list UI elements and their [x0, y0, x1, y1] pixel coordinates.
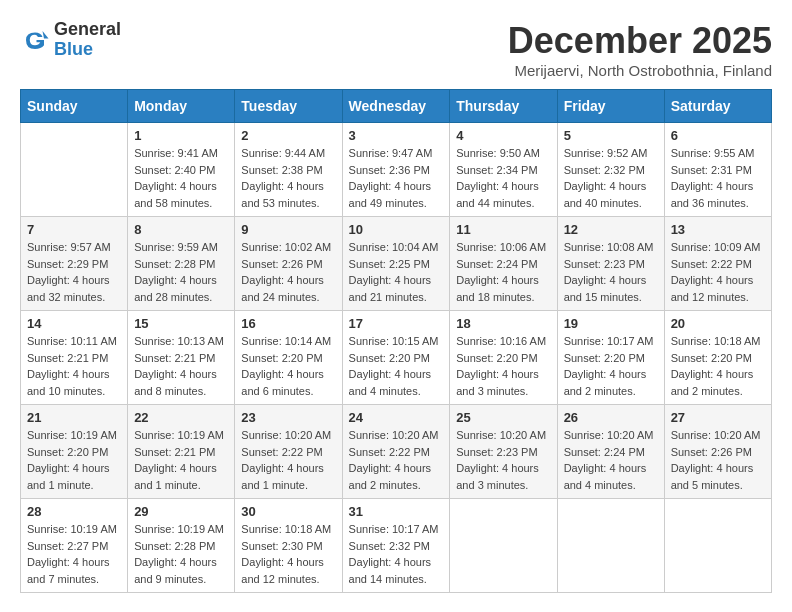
calendar-cell: 31Sunrise: 10:17 AMSunset: 2:32 PMDaylig… [342, 499, 450, 593]
day-number: 19 [564, 316, 658, 331]
day-info: Sunrise: 10:08 AMSunset: 2:23 PMDaylight… [564, 239, 658, 305]
day-number: 27 [671, 410, 765, 425]
logo-general: General [54, 20, 121, 40]
calendar-cell: 7Sunrise: 9:57 AMSunset: 2:29 PMDaylight… [21, 217, 128, 311]
day-number: 14 [27, 316, 121, 331]
day-number: 13 [671, 222, 765, 237]
calendar-cell: 22Sunrise: 10:19 AMSunset: 2:21 PMDaylig… [128, 405, 235, 499]
logo: General Blue [20, 20, 121, 60]
day-number: 24 [349, 410, 444, 425]
day-number: 30 [241, 504, 335, 519]
day-number: 2 [241, 128, 335, 143]
weekday-header-tuesday: Tuesday [235, 90, 342, 123]
day-number: 12 [564, 222, 658, 237]
day-info: Sunrise: 9:47 AMSunset: 2:36 PMDaylight:… [349, 145, 444, 211]
day-number: 18 [456, 316, 550, 331]
day-number: 7 [27, 222, 121, 237]
weekday-header-sunday: Sunday [21, 90, 128, 123]
calendar-cell: 4Sunrise: 9:50 AMSunset: 2:34 PMDaylight… [450, 123, 557, 217]
calendar-cell [557, 499, 664, 593]
day-info: Sunrise: 10:13 AMSunset: 2:21 PMDaylight… [134, 333, 228, 399]
day-info: Sunrise: 10:16 AMSunset: 2:20 PMDaylight… [456, 333, 550, 399]
day-number: 11 [456, 222, 550, 237]
calendar-cell: 25Sunrise: 10:20 AMSunset: 2:23 PMDaylig… [450, 405, 557, 499]
day-number: 28 [27, 504, 121, 519]
calendar-cell: 14Sunrise: 10:11 AMSunset: 2:21 PMDaylig… [21, 311, 128, 405]
day-info: Sunrise: 10:20 AMSunset: 2:22 PMDaylight… [349, 427, 444, 493]
calendar-cell: 19Sunrise: 10:17 AMSunset: 2:20 PMDaylig… [557, 311, 664, 405]
calendar-cell [664, 499, 771, 593]
day-info: Sunrise: 10:17 AMSunset: 2:20 PMDaylight… [564, 333, 658, 399]
day-number: 22 [134, 410, 228, 425]
calendar-cell: 24Sunrise: 10:20 AMSunset: 2:22 PMDaylig… [342, 405, 450, 499]
week-row-1: 1Sunrise: 9:41 AMSunset: 2:40 PMDaylight… [21, 123, 772, 217]
calendar-cell: 5Sunrise: 9:52 AMSunset: 2:32 PMDaylight… [557, 123, 664, 217]
calendar-cell: 18Sunrise: 10:16 AMSunset: 2:20 PMDaylig… [450, 311, 557, 405]
day-number: 29 [134, 504, 228, 519]
calendar-cell: 11Sunrise: 10:06 AMSunset: 2:24 PMDaylig… [450, 217, 557, 311]
day-number: 21 [27, 410, 121, 425]
calendar-cell: 23Sunrise: 10:20 AMSunset: 2:22 PMDaylig… [235, 405, 342, 499]
calendar-cell: 1Sunrise: 9:41 AMSunset: 2:40 PMDaylight… [128, 123, 235, 217]
calendar-cell: 30Sunrise: 10:18 AMSunset: 2:30 PMDaylig… [235, 499, 342, 593]
day-info: Sunrise: 10:14 AMSunset: 2:20 PMDaylight… [241, 333, 335, 399]
calendar-cell: 13Sunrise: 10:09 AMSunset: 2:22 PMDaylig… [664, 217, 771, 311]
day-info: Sunrise: 9:57 AMSunset: 2:29 PMDaylight:… [27, 239, 121, 305]
logo-icon [20, 25, 50, 55]
weekday-header-friday: Friday [557, 90, 664, 123]
month-title: December 2025 [508, 20, 772, 62]
calendar-cell: 15Sunrise: 10:13 AMSunset: 2:21 PMDaylig… [128, 311, 235, 405]
day-number: 8 [134, 222, 228, 237]
calendar-cell: 26Sunrise: 10:20 AMSunset: 2:24 PMDaylig… [557, 405, 664, 499]
page-header: General Blue December 2025 Merijaervi, N… [20, 20, 772, 79]
day-info: Sunrise: 10:19 AMSunset: 2:28 PMDaylight… [134, 521, 228, 587]
weekday-header-saturday: Saturday [664, 90, 771, 123]
day-number: 15 [134, 316, 228, 331]
day-info: Sunrise: 10:17 AMSunset: 2:32 PMDaylight… [349, 521, 444, 587]
calendar-cell [21, 123, 128, 217]
day-info: Sunrise: 10:18 AMSunset: 2:30 PMDaylight… [241, 521, 335, 587]
calendar-cell: 9Sunrise: 10:02 AMSunset: 2:26 PMDayligh… [235, 217, 342, 311]
day-number: 5 [564, 128, 658, 143]
calendar-cell: 29Sunrise: 10:19 AMSunset: 2:28 PMDaylig… [128, 499, 235, 593]
day-number: 9 [241, 222, 335, 237]
day-info: Sunrise: 10:02 AMSunset: 2:26 PMDaylight… [241, 239, 335, 305]
calendar-cell: 20Sunrise: 10:18 AMSunset: 2:20 PMDaylig… [664, 311, 771, 405]
calendar-cell [450, 499, 557, 593]
week-row-4: 21Sunrise: 10:19 AMSunset: 2:20 PMDaylig… [21, 405, 772, 499]
day-info: Sunrise: 9:50 AMSunset: 2:34 PMDaylight:… [456, 145, 550, 211]
calendar-cell: 10Sunrise: 10:04 AMSunset: 2:25 PMDaylig… [342, 217, 450, 311]
day-info: Sunrise: 10:20 AMSunset: 2:26 PMDaylight… [671, 427, 765, 493]
weekday-header-monday: Monday [128, 90, 235, 123]
weekday-header-thursday: Thursday [450, 90, 557, 123]
day-number: 26 [564, 410, 658, 425]
day-info: Sunrise: 10:18 AMSunset: 2:20 PMDaylight… [671, 333, 765, 399]
day-info: Sunrise: 9:41 AMSunset: 2:40 PMDaylight:… [134, 145, 228, 211]
day-number: 1 [134, 128, 228, 143]
day-number: 4 [456, 128, 550, 143]
day-info: Sunrise: 9:59 AMSunset: 2:28 PMDaylight:… [134, 239, 228, 305]
weekday-header-row: SundayMondayTuesdayWednesdayThursdayFrid… [21, 90, 772, 123]
day-number: 10 [349, 222, 444, 237]
day-number: 25 [456, 410, 550, 425]
day-info: Sunrise: 10:15 AMSunset: 2:20 PMDaylight… [349, 333, 444, 399]
week-row-2: 7Sunrise: 9:57 AMSunset: 2:29 PMDaylight… [21, 217, 772, 311]
calendar: SundayMondayTuesdayWednesdayThursdayFrid… [20, 89, 772, 593]
calendar-cell: 17Sunrise: 10:15 AMSunset: 2:20 PMDaylig… [342, 311, 450, 405]
day-info: Sunrise: 10:04 AMSunset: 2:25 PMDaylight… [349, 239, 444, 305]
day-info: Sunrise: 10:19 AMSunset: 2:20 PMDaylight… [27, 427, 121, 493]
day-info: Sunrise: 10:09 AMSunset: 2:22 PMDaylight… [671, 239, 765, 305]
calendar-cell: 8Sunrise: 9:59 AMSunset: 2:28 PMDaylight… [128, 217, 235, 311]
week-row-3: 14Sunrise: 10:11 AMSunset: 2:21 PMDaylig… [21, 311, 772, 405]
calendar-cell: 27Sunrise: 10:20 AMSunset: 2:26 PMDaylig… [664, 405, 771, 499]
day-info: Sunrise: 9:52 AMSunset: 2:32 PMDaylight:… [564, 145, 658, 211]
day-number: 31 [349, 504, 444, 519]
weekday-header-wednesday: Wednesday [342, 90, 450, 123]
calendar-cell: 28Sunrise: 10:19 AMSunset: 2:27 PMDaylig… [21, 499, 128, 593]
day-number: 20 [671, 316, 765, 331]
logo-text: General Blue [54, 20, 121, 60]
day-info: Sunrise: 10:19 AMSunset: 2:21 PMDaylight… [134, 427, 228, 493]
day-info: Sunrise: 10:20 AMSunset: 2:24 PMDaylight… [564, 427, 658, 493]
location: Merijaervi, North Ostrobothnia, Finland [508, 62, 772, 79]
day-number: 17 [349, 316, 444, 331]
